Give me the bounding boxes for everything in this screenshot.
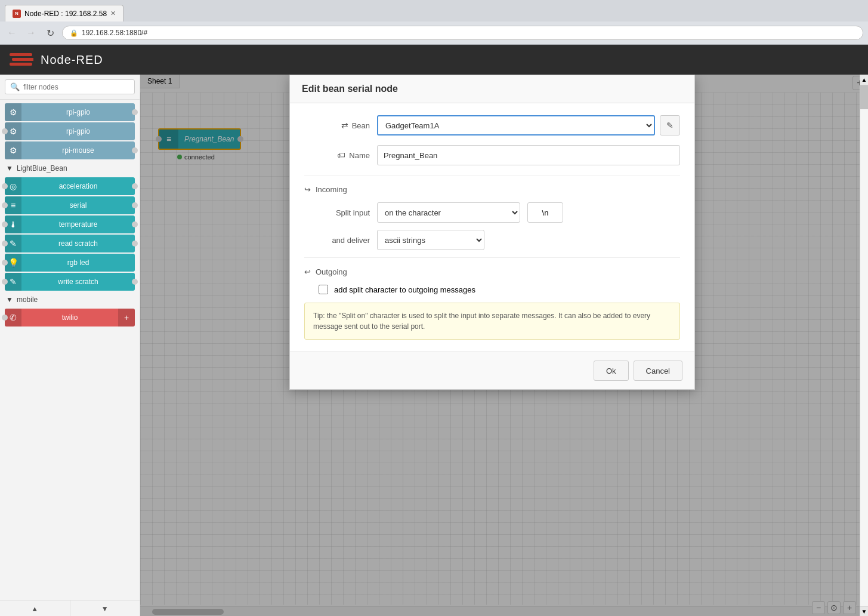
scrollbar-track xyxy=(860,85,868,606)
incoming-icon: ↪ xyxy=(304,185,311,194)
name-label: 🏷 Name xyxy=(304,150,370,160)
list-item[interactable]: 💡 rgb led xyxy=(5,254,135,272)
sidebar-bottom: ▲ ▼ xyxy=(0,600,140,616)
port-left xyxy=(2,279,8,285)
split-char-input[interactable] xyxy=(527,202,563,223)
list-item[interactable]: ✎ read scratch xyxy=(5,235,135,252)
name-form-row: 🏷 Name xyxy=(304,145,680,165)
forward-button[interactable]: → xyxy=(24,26,38,40)
list-item[interactable]: ≡ serial xyxy=(5,196,135,214)
add-split-char-checkbox[interactable] xyxy=(319,285,328,294)
node-icon-right: + xyxy=(118,309,135,327)
node-label: rpi-gpio xyxy=(21,108,135,116)
checkbox-label[interactable]: add split character to outgoing messages xyxy=(334,285,475,294)
node-label: temperature xyxy=(21,220,135,229)
bean-select[interactable]: GadgetTeam1A xyxy=(377,115,655,135)
group-label: LightBlue_Bean xyxy=(17,164,67,173)
chevron-down-icon: ▼ xyxy=(6,295,13,304)
port-left xyxy=(2,183,8,189)
modal-body: ⇄ Bean GadgetTeam1A ✎ 🏷 xyxy=(290,103,694,352)
list-item[interactable]: ⚙ rpi-gpio xyxy=(5,122,135,140)
incoming-section-header: ↪ Incoming xyxy=(304,185,680,194)
tip-box: Tip: the "Split on" character is used to… xyxy=(304,303,680,340)
ok-button[interactable]: Ok xyxy=(594,361,629,381)
split-input-row: Split input on the character after a fix… xyxy=(319,202,680,223)
sidebar-content: ⚙ rpi-gpio ⚙ rpi-gpio ⚙ rpi-mouse xyxy=(0,100,140,600)
address-text: 192.168.2.58:1880/# xyxy=(82,29,147,37)
node-icon: ⚙ xyxy=(5,141,21,159)
port-right xyxy=(132,202,138,208)
port-right xyxy=(132,241,138,247)
deliver-label: and deliver xyxy=(319,236,370,245)
filter-input-wrap[interactable]: 🔍 xyxy=(5,79,135,94)
filter-input[interactable] xyxy=(23,83,129,91)
bean-label: ⇄ Bean xyxy=(304,121,370,130)
bean-select-row: GadgetTeam1A ✎ xyxy=(377,115,680,135)
sidebar-group-mobile[interactable]: ▼ mobile xyxy=(0,292,140,307)
deliver-row: and deliver ascii strings binary buffer xyxy=(319,230,680,250)
deliver-select[interactable]: ascii strings binary buffer xyxy=(377,230,484,250)
search-icon: 🔍 xyxy=(10,82,20,91)
tab-title: Node-RED : 192.168.2.58 xyxy=(24,10,107,18)
tag-icon: 🏷 xyxy=(337,150,345,160)
bean-edit-button[interactable]: ✎ xyxy=(660,115,680,135)
node-label: serial xyxy=(21,201,135,210)
reload-button[interactable]: ↻ xyxy=(43,26,57,40)
edit-bean-serial-modal: Edit bean serial node ⇄ Bean GadgetTeam1… xyxy=(289,75,695,390)
port-left xyxy=(2,315,8,321)
nodered-logo xyxy=(10,51,33,68)
port-left xyxy=(2,202,8,208)
node-label: read scratch xyxy=(21,239,135,248)
port-right xyxy=(132,109,138,115)
split-input-select[interactable]: on the character after a fixed number of… xyxy=(377,202,520,223)
outgoing-section-divider xyxy=(304,257,680,258)
svg-rect-1 xyxy=(12,58,33,61)
cancel-button[interactable]: Cancel xyxy=(634,361,682,381)
tab-close-button[interactable]: ✕ xyxy=(110,10,116,17)
lock-icon: 🔒 xyxy=(70,29,78,37)
section-divider xyxy=(304,175,680,175)
node-icon: ⚙ xyxy=(5,103,21,121)
outgoing-icon: ↩ xyxy=(304,267,311,276)
back-button[interactable]: ← xyxy=(5,26,19,40)
bean-form-row: ⇄ Bean GadgetTeam1A ✎ xyxy=(304,115,680,135)
nodered-header: Node-RED xyxy=(0,45,868,75)
port-right xyxy=(132,183,138,189)
scroll-up-button[interactable]: ▲ xyxy=(0,600,70,616)
list-item[interactable]: ⚙ rpi-mouse xyxy=(5,141,135,159)
tab-favicon: N xyxy=(13,10,21,18)
sidebar-filter: 🔍 xyxy=(0,75,140,100)
canvas-area: Sheet 1 + ≡ Pregnant_Bean connected xyxy=(140,75,868,616)
svg-rect-2 xyxy=(10,63,32,66)
name-input[interactable] xyxy=(377,145,680,165)
node-label: rpi-gpio xyxy=(21,127,135,135)
port-left xyxy=(2,221,8,227)
address-field[interactable]: 🔒 192.168.2.58:1880/# xyxy=(62,26,863,40)
incoming-label: Incoming xyxy=(316,185,347,194)
shuffle-icon: ⇄ xyxy=(341,121,348,130)
list-item[interactable]: ✆ twilio + xyxy=(5,309,135,327)
node-label: rpi-mouse xyxy=(21,146,135,155)
outgoing-label: Outgoing xyxy=(316,267,347,276)
group-label: mobile xyxy=(17,295,38,304)
node-label: write scratch xyxy=(21,278,135,286)
list-item[interactable]: ✎ write scratch xyxy=(5,273,135,291)
browser-tab[interactable]: N Node-RED : 192.168.2.58 ✕ xyxy=(5,5,123,21)
sidebar: 🔍 ⚙ rpi-gpio ⚙ rpi-gpio xyxy=(0,75,140,616)
chevron-down-icon: ▼ xyxy=(6,164,13,173)
list-item[interactable]: ◎ acceleration xyxy=(5,177,135,195)
outgoing-section-header: ↩ Outgoing xyxy=(304,267,680,276)
scroll-down-button[interactable]: ▼ xyxy=(70,600,140,616)
svg-rect-0 xyxy=(10,53,32,56)
list-item[interactable]: 🌡 temperature xyxy=(5,215,135,233)
list-item[interactable]: ⚙ rpi-gpio xyxy=(5,103,135,121)
scroll-down-btn[interactable]: ▼ xyxy=(860,606,868,616)
scrollbar-thumb xyxy=(860,85,868,109)
port-left xyxy=(2,260,8,266)
checkbox-row: add split character to outgoing messages xyxy=(319,285,680,294)
sidebar-group-lightblue-bean[interactable]: ▼ LightBlue_Bean xyxy=(0,161,140,176)
port-right xyxy=(132,221,138,227)
scroll-up-btn[interactable]: ▲ xyxy=(860,75,868,85)
node-label: twilio xyxy=(21,313,118,322)
modal-footer: Ok Cancel xyxy=(290,352,694,389)
